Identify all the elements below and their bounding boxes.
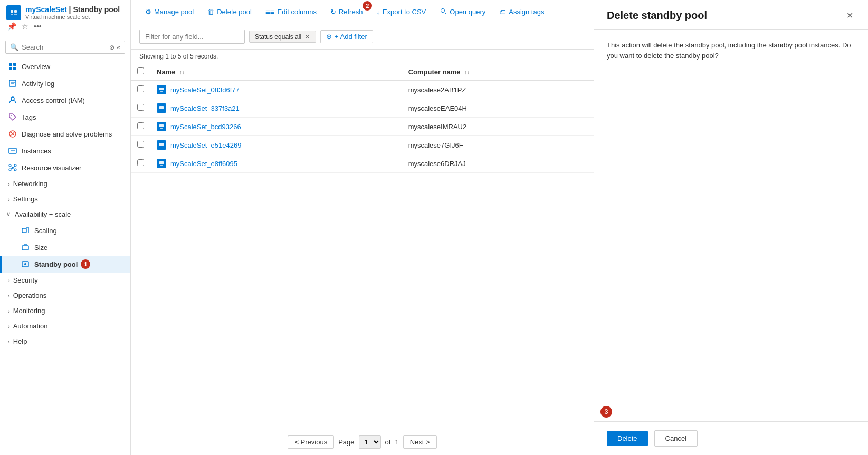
vm-icon [157, 103, 166, 113]
open-query-button[interactable]: Open query [434, 4, 491, 20]
svg-rect-49 [160, 165, 163, 166]
instance-name-link[interactable]: myScaleSet_bcd93266 [170, 123, 241, 131]
standby-icon [21, 259, 30, 269]
sidebar-item-settings[interactable]: › Settings [0, 191, 130, 207]
filter-input[interactable] [139, 30, 245, 44]
sidebar-item-help[interactable]: › Help [0, 334, 130, 349]
instance-name-link[interactable]: myScaleSet_e51e4269 [170, 141, 241, 149]
diagnose-icon [8, 129, 17, 139]
svg-line-24 [11, 167, 12, 168]
tags-toolbar-icon: 🏷 [499, 8, 506, 16]
sort-computer-name-icon[interactable]: ↑↓ [464, 70, 470, 75]
instances-icon [8, 146, 17, 156]
search-input[interactable] [22, 43, 107, 51]
computer-name-cell: myscalese2AB1PZ [402, 81, 594, 99]
table-row: myScaleSet_337f3a21 myscaleseEAE04H [131, 99, 594, 118]
sidebar: myScaleSet | Standby pool Virtual machin… [0, 0, 131, 455]
chevron-right-icon: › [8, 308, 10, 314]
next-button[interactable]: Next > [403, 435, 437, 449]
svg-rect-43 [160, 128, 163, 129]
page-select[interactable]: 1 [359, 435, 381, 449]
table-row: myScaleSet_e8ff6095 myscalese6DRJAJ [131, 154, 594, 173]
previous-button[interactable]: < Previous [288, 435, 334, 449]
query-icon [440, 7, 447, 16]
instances-table: Name ↑↓ Computer name ↑↓ myScaleS [131, 63, 594, 173]
vm-icon [157, 159, 166, 168]
row-checkbox[interactable] [137, 104, 144, 111]
sort-name-icon[interactable]: ↑↓ [179, 70, 185, 75]
sidebar-item-automation[interactable]: › Automation [0, 318, 130, 334]
svg-point-13 [11, 115, 12, 116]
refresh-button[interactable]: ↻ Refresh 2 [325, 5, 369, 19]
resource-title: myScaleSet | Standby pool [25, 5, 120, 14]
chevron-right-icon: › [8, 293, 10, 299]
svg-rect-31 [22, 246, 28, 250]
svg-point-22 [9, 169, 11, 171]
sidebar-item-label: Monitoring [13, 307, 45, 315]
sidebar-item-tags[interactable]: Tags [0, 109, 130, 125]
sidebar-nav: Overview Activity log Access control (IA… [0, 58, 130, 349]
sidebar-item-diagnose[interactable]: Diagnose and solve problems [0, 125, 130, 142]
more-icon[interactable]: ••• [33, 21, 43, 32]
assign-tags-button[interactable]: 🏷 Assign tags [493, 5, 550, 19]
search-icon: 🔍 [10, 43, 18, 51]
collapse-icon[interactable]: « [117, 44, 120, 51]
svg-rect-42 [159, 124, 164, 127]
manage-pool-button[interactable]: ⚙ Manage pool [139, 5, 199, 19]
col-name: Name ↑↓ [150, 63, 402, 81]
row-checkbox[interactable] [137, 85, 144, 92]
sidebar-item-iam[interactable]: Access control (IAM) [0, 92, 130, 109]
sidebar-item-activity-log[interactable]: Activity log [0, 75, 130, 92]
svg-rect-5 [9, 63, 12, 66]
sidebar-item-label: Size [34, 244, 47, 251]
sidebar-group-label: Availability + scale [15, 210, 71, 218]
table-container: Name ↑↓ Computer name ↑↓ myScaleS [131, 63, 594, 429]
filter-icon[interactable]: ⊘ [109, 44, 115, 51]
sidebar-item-resource-viz[interactable]: Resource visualizer [0, 159, 130, 176]
edit-columns-button[interactable]: ≡≡ Edit columns [260, 4, 322, 20]
add-filter-button[interactable]: ⊕ + Add filter [320, 30, 373, 43]
sidebar-item-label: Diagnose and solve problems [22, 130, 112, 138]
sidebar-item-scaling[interactable]: Scaling [0, 222, 130, 239]
computer-name-cell: myscaleseIMRAU2 [402, 118, 594, 136]
svg-rect-40 [160, 110, 163, 110]
delete-confirm-button[interactable]: Delete [607, 431, 648, 446]
favorite-icon[interactable]: ☆ [21, 21, 30, 32]
svg-rect-2 [14, 10, 17, 13]
row-checkbox[interactable] [137, 122, 144, 129]
row-checkbox[interactable] [137, 141, 144, 148]
refresh-icon: ↻ [330, 8, 336, 16]
sidebar-item-standby-pool[interactable]: Standby pool 1 [0, 256, 130, 273]
panel-body: This action will delete the standby pool… [594, 30, 868, 421]
cancel-button[interactable]: Cancel [654, 430, 698, 447]
svg-rect-48 [159, 161, 164, 164]
svg-rect-46 [160, 147, 163, 147]
toolbar: ⚙ Manage pool 🗑 Delete pool ≡≡ Edit colu… [131, 0, 594, 24]
sidebar-item-overview[interactable]: Overview [0, 58, 130, 75]
instance-name-link[interactable]: myScaleSet_083d6f77 [170, 86, 240, 94]
size-icon [21, 243, 30, 252]
pin-icon[interactable]: 📌 [6, 21, 17, 32]
row-checkbox[interactable] [137, 159, 144, 166]
instance-name-link[interactable]: myScaleSet_337f3a21 [170, 104, 240, 112]
sidebar-item-operations[interactable]: › Operations [0, 288, 130, 303]
delete-pool-button[interactable]: 🗑 Delete pool [202, 5, 257, 19]
sidebar-group-availability[interactable]: ∨ Availability + scale [0, 207, 130, 222]
sidebar-item-size[interactable]: Size [0, 239, 130, 256]
filter-clear-button[interactable]: ✕ [304, 33, 310, 41]
svg-rect-9 [9, 80, 16, 86]
select-all-checkbox[interactable] [137, 67, 144, 74]
svg-rect-36 [159, 88, 164, 90]
sidebar-item-instances[interactable]: Instances [0, 142, 130, 159]
sidebar-item-monitoring[interactable]: › Monitoring [0, 303, 130, 318]
sidebar-item-security[interactable]: › Security [0, 273, 130, 288]
instance-name-link[interactable]: myScaleSet_e8ff6095 [170, 160, 237, 168]
export-csv-button[interactable]: ↓ Export to CSV [370, 5, 432, 19]
sidebar-item-networking[interactable]: › Networking [0, 176, 130, 191]
sidebar-item-label: Automation [13, 322, 48, 330]
sidebar-header: myScaleSet | Standby pool Virtual machin… [0, 0, 130, 36]
computer-name-cell: myscalese6DRJAJ [402, 154, 594, 173]
panel-close-button[interactable]: ✕ [844, 8, 855, 23]
svg-point-21 [14, 164, 16, 167]
col-computer-name: Computer name ↑↓ [402, 63, 594, 81]
